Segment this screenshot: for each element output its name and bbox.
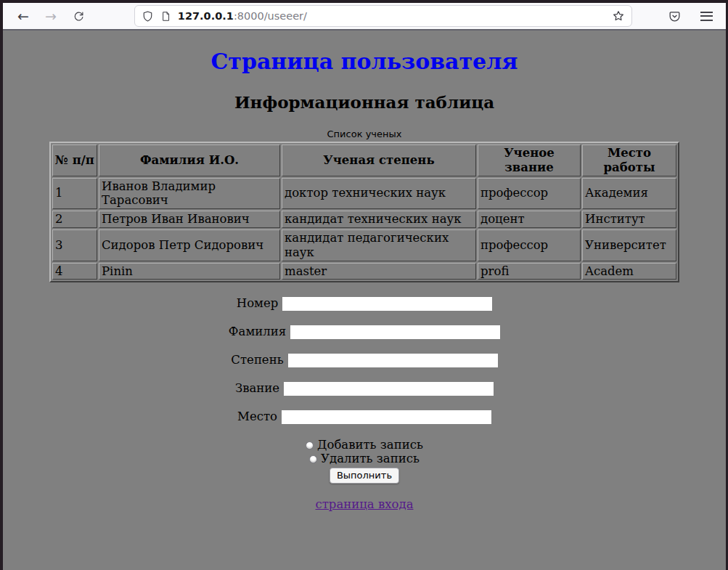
tracking-protection-shield-icon[interactable] [142, 10, 154, 23]
column-header-number: № п/п [52, 144, 97, 176]
form-row-workplace: Место [3, 410, 726, 424]
cell-rank: profi [478, 263, 581, 280]
url-path: :8000/useeer/ [234, 10, 307, 22]
rank-input[interactable] [284, 382, 494, 396]
degree-label: Степень [231, 353, 283, 367]
table-row: 1 Иванов Владимир Тарасович доктор техни… [52, 178, 676, 210]
cell-workplace: Институт [582, 211, 676, 228]
nav-buttons: ← → [17, 9, 85, 23]
page-title: Страница пользователя [3, 49, 726, 74]
radio-row-add: Добавить запись [3, 438, 726, 452]
cell-workplace: Академия [582, 178, 676, 210]
degree-input[interactable] [288, 354, 498, 367]
cell-degree: кандидат педагогических наук [282, 229, 476, 261]
url-bar[interactable]: 127.0.0.1:8000/useeer/ [134, 5, 632, 27]
form-row-rank: Звание [3, 381, 726, 396]
page-icon [160, 10, 171, 23]
number-input[interactable] [282, 297, 492, 311]
column-header-workplace: Место работы [582, 144, 676, 176]
column-header-degree: Ученая степень [282, 144, 476, 176]
cell-workplace: Университет [582, 229, 676, 261]
cell-workplace: Academ [582, 263, 676, 280]
delete-record-label: Удалить запись [321, 452, 420, 465]
hamburger-menu-icon [700, 12, 713, 21]
cell-number: 2 [52, 211, 97, 228]
execute-button[interactable]: Выполнить [330, 468, 399, 484]
cell-number: 4 [52, 263, 97, 280]
bookmark-star-button[interactable] [612, 9, 625, 23]
browser-toolbar: ← → 127.0.0.1:8000/useeer/ [3, 3, 726, 30]
page-subtitle: Информационная таблица [3, 92, 726, 112]
back-icon: ← [17, 8, 29, 24]
add-record-radio[interactable] [306, 441, 314, 449]
cell-surname: Петров Иван Иванович [99, 211, 280, 228]
table-row: 3 Сидоров Петр Сидорович кандидат педаго… [52, 229, 676, 261]
back-button[interactable]: ← [17, 9, 29, 23]
reload-icon [73, 10, 85, 23]
cell-rank: профессор [478, 229, 581, 261]
number-label: Номер [237, 296, 278, 310]
table-caption: Список ученых [3, 129, 726, 139]
table-header-row: № п/п Фамилия И.О. Ученая степень Ученое… [52, 144, 676, 176]
login-link-wrap: страница входа [3, 497, 726, 511]
column-header-rank: Ученое звание [478, 144, 581, 176]
menu-button[interactable] [700, 12, 713, 21]
radio-row-delete: Удалить запись [3, 452, 726, 465]
rank-label: Звание [235, 381, 279, 395]
cell-surname: Сидоров Петр Сидорович [99, 229, 280, 261]
form-row-surname: Фамилия [3, 325, 726, 339]
login-page-link[interactable]: страница входа [316, 497, 414, 511]
browser-window: ← → 127.0.0.1:8000/useeer/ [0, 0, 728, 570]
column-header-surname: Фамилия И.О. [99, 144, 280, 176]
surname-input[interactable] [290, 325, 500, 339]
record-form: Номер Фамилия Степень Звание Место Добав… [3, 296, 726, 484]
forward-button[interactable]: → [45, 9, 57, 23]
table-row: 4 Pinin master profi Academ [52, 263, 676, 280]
url-host: 127.0.0.1 [178, 10, 234, 22]
pocket-button[interactable] [668, 9, 682, 23]
workplace-input[interactable] [282, 410, 491, 424]
forward-icon: → [45, 8, 57, 24]
cell-rank: доцент [478, 211, 581, 228]
cell-surname: Pinin [99, 263, 280, 280]
cell-number: 3 [52, 229, 97, 261]
form-row-number: Номер [3, 296, 726, 311]
cell-surname: Иванов Владимир Тарасович [99, 178, 280, 210]
table-row: 2 Петров Иван Иванович кандидат техничес… [52, 211, 676, 228]
cell-degree: кандидат технических наук [282, 211, 476, 228]
toolbar-right [668, 9, 713, 23]
bookmark-star-icon [612, 9, 625, 23]
reload-button[interactable] [73, 10, 85, 23]
scientists-table: № п/п Фамилия И.О. Ученая степень Ученое… [49, 142, 679, 282]
cell-number: 1 [52, 178, 97, 210]
pocket-icon [668, 9, 682, 23]
cell-rank: профессор [478, 178, 581, 210]
page-content: Страница пользователя Информационная таб… [3, 30, 726, 570]
form-row-degree: Степень [3, 353, 726, 367]
delete-record-radio[interactable] [309, 455, 317, 463]
add-record-label: Добавить запись [317, 438, 423, 452]
surname-label: Фамилия [229, 325, 286, 338]
cell-degree: master [282, 263, 476, 280]
workplace-label: Место [237, 410, 277, 423]
url-text: 127.0.0.1:8000/useeer/ [178, 10, 605, 22]
cell-degree: доктор технических наук [282, 178, 476, 210]
